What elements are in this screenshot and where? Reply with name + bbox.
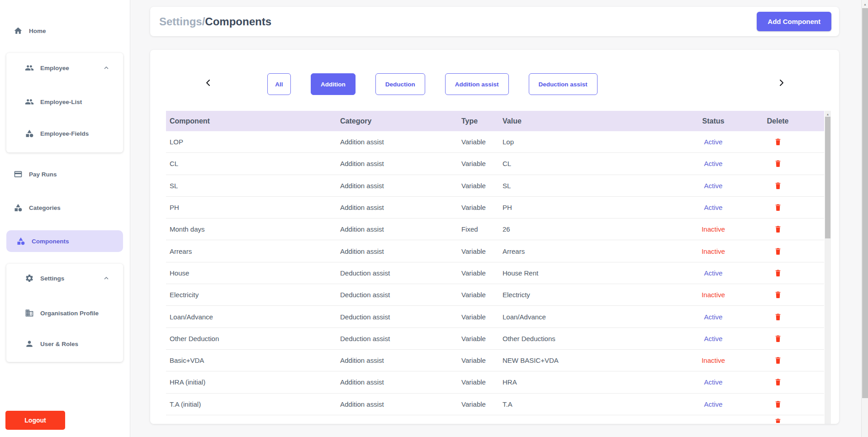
value-cell: 26 (503, 225, 677, 233)
trash-icon[interactable] (774, 268, 782, 278)
chevron-right-icon[interactable] (776, 77, 787, 88)
trash-icon[interactable] (774, 377, 782, 387)
column-header-component: Component (166, 117, 340, 125)
filter-tab-addition-assist[interactable]: Addition assist (445, 73, 509, 95)
sidebar-item-organisation-profile[interactable]: Organisation Profile (25, 306, 99, 320)
trash-icon[interactable] (774, 356, 782, 365)
filter-tabs: AllAdditionDeductionAddition assistDeduc… (267, 73, 598, 95)
category-cell: Addition assist (340, 247, 461, 255)
trash-icon[interactable] (774, 224, 782, 234)
sidebar-item-user-roles[interactable]: User & Roles (25, 337, 78, 351)
status-toggle[interactable]: Inactive (677, 291, 749, 299)
status-toggle[interactable]: Active (677, 335, 749, 342)
sidebar-item-label: Pay Runs (29, 171, 57, 178)
table-header: Component Category Type Value Status Del… (166, 111, 824, 131)
sidebar-item-home[interactable]: Home (14, 24, 46, 38)
trash-icon[interactable] (774, 159, 782, 168)
sidebar-item-label: Employee-List (40, 99, 82, 105)
table-row: HRA (initial)Addition assistVariableHRAA… (166, 371, 824, 393)
delete-cell (749, 334, 806, 343)
credit-card-icon (14, 170, 23, 179)
category-cell: Addition assist (340, 204, 461, 211)
add-component-button[interactable]: Add Component (757, 12, 831, 31)
filter-tab-addition[interactable]: Addition (311, 73, 356, 95)
sidebar-item-label: Employee (40, 65, 69, 71)
trash-icon[interactable] (774, 417, 782, 423)
sidebar: Home Employee Employee-List Employee-Fie… (0, 0, 130, 437)
gear-icon (25, 274, 34, 283)
status-toggle[interactable]: Active (677, 313, 749, 321)
value-cell: SL (503, 182, 677, 190)
trash-icon[interactable] (774, 181, 782, 190)
table-scrollbar-thumb[interactable] (825, 117, 830, 238)
sidebar-item-pay-runs[interactable]: Pay Runs (14, 167, 57, 181)
column-header-status: Status (677, 117, 749, 125)
status-toggle[interactable]: Inactive (677, 247, 749, 255)
sidebar-item-label: User & Roles (40, 341, 78, 347)
breadcrumb-parent: Settings/ (159, 15, 205, 28)
filter-tab-all[interactable]: All (267, 73, 291, 95)
component-cell: LOP (166, 138, 340, 146)
scroll-up-arrow-icon[interactable]: ▲ (862, 2, 868, 6)
app-root: Home Employee Employee-List Employee-Fie… (0, 0, 868, 437)
table-scrollbar[interactable]: ▲ (825, 111, 831, 424)
trash-icon[interactable] (774, 203, 782, 212)
type-cell: Variable (461, 204, 503, 211)
status-toggle[interactable]: Inactive (677, 225, 749, 233)
trash-icon[interactable] (774, 312, 782, 322)
component-cell: Arrears (166, 247, 340, 255)
page-scrollbar-thumb[interactable] (862, 8, 868, 398)
category-cell: Addition assist (340, 400, 461, 408)
person-icon (25, 339, 34, 348)
trash-icon[interactable] (774, 137, 782, 147)
value-cell: Electricty (503, 291, 677, 299)
value-cell: HRA (503, 378, 677, 386)
status-toggle[interactable]: Inactive (677, 356, 749, 364)
sidebar-item-settings[interactable]: Settings (25, 271, 118, 285)
status-toggle[interactable]: Active (677, 160, 749, 167)
chevron-up-icon (102, 64, 110, 72)
type-cell: Variable (461, 182, 503, 190)
scroll-up-arrow-icon[interactable]: ▲ (825, 112, 831, 116)
filter-tab-deduction[interactable]: Deduction (375, 73, 425, 95)
status-toggle[interactable]: Active (677, 182, 749, 190)
sidebar-item-employee-fields[interactable]: Employee-Fields (25, 127, 89, 140)
component-cell: CL (166, 160, 340, 167)
delete-cell (749, 268, 806, 278)
status-toggle[interactable]: Active (677, 204, 749, 211)
sidebar-item-components[interactable]: Components (6, 230, 123, 252)
table-row: PHAddition assistVariablePHActive (166, 197, 824, 218)
value-cell: CL (503, 160, 677, 167)
status-toggle[interactable]: Active (677, 400, 749, 408)
sidebar-item-categories[interactable]: Categories (14, 201, 61, 214)
filter-tab-deduction-assist[interactable]: Deduction assist (529, 73, 598, 95)
home-icon (14, 26, 23, 35)
logout-button[interactable]: Logout (5, 411, 65, 430)
chevron-up-icon (102, 274, 110, 282)
trash-icon[interactable] (774, 334, 782, 343)
sidebar-item-label: Components (32, 238, 69, 245)
components-table-card: AllAdditionDeductionAddition assistDeduc… (150, 50, 839, 424)
delete-cell (749, 159, 806, 168)
sidebar-item-employee[interactable]: Employee (25, 61, 118, 75)
component-cell: Other Deduction (166, 335, 340, 342)
type-cell: Variable (461, 247, 503, 255)
column-header-delete: Delete (749, 117, 806, 125)
column-header-type: Type (461, 117, 503, 125)
status-toggle[interactable]: Active (677, 378, 749, 386)
page-scrollbar[interactable]: ▲ (861, 0, 868, 437)
component-cell: Basic+VDA (166, 356, 340, 364)
trash-icon[interactable] (774, 290, 782, 299)
status-toggle[interactable]: Active (677, 269, 749, 277)
chevron-left-icon[interactable] (203, 77, 213, 88)
component-cell: PH (166, 204, 340, 211)
status-toggle[interactable]: Active (677, 138, 749, 146)
sidebar-item-employee-list[interactable]: Employee-List (25, 95, 82, 109)
type-cell: Variable (461, 356, 503, 364)
category-cell: Addition assist (340, 378, 461, 386)
trash-icon[interactable] (774, 399, 782, 409)
delete-cell (749, 247, 806, 256)
trash-icon[interactable] (774, 247, 782, 256)
people-icon (25, 63, 34, 72)
sidebar-item-label: Organisation Profile (40, 310, 99, 317)
